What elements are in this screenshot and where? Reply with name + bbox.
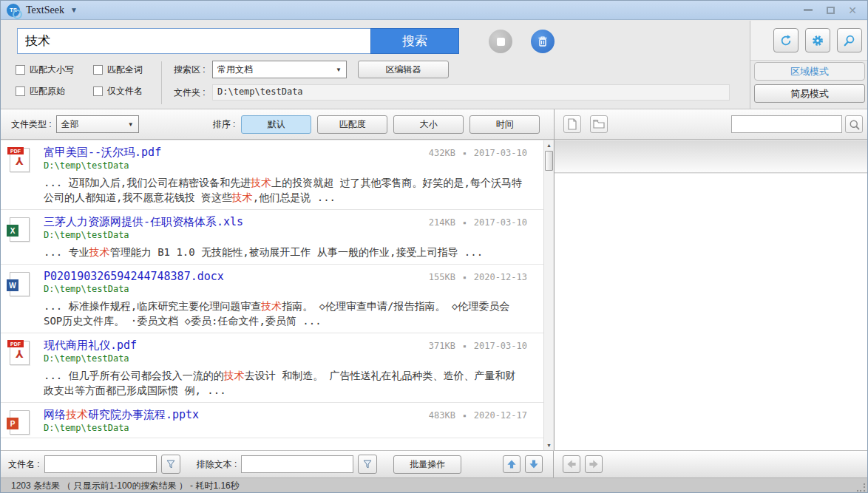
checkbox-match-whole-word[interactable]: 匹配全词 [93,64,171,76]
result-meta: 483KB ▪ 2020-12-17 [429,410,527,421]
preview-search-button[interactable] [845,115,863,133]
open-folder-button[interactable] [590,115,608,133]
result-title-link[interactable]: 现代商用礼仪.pdf [44,339,137,353]
result-title-link[interactable]: 富甲美国--沃尔玛.pdf [44,146,161,160]
result-meta: 432KB ▪ 2017-03-10 [429,148,527,158]
result-meta: 155KB ▪ 2020-12-13 [429,272,527,282]
simple-mode-button[interactable]: 简易模式 [754,84,865,103]
previous-result-button[interactable] [503,455,521,473]
file-date: 2017-03-10 [474,148,527,158]
file-type-icon: X [10,217,30,242]
checkbox-label: 仅文件名 [107,85,143,98]
previous-page-button[interactable] [563,455,580,473]
file-path: D:\temp\testData [44,284,543,294]
results-scrollbar[interactable]: ▲ ▼ [543,140,553,450]
file-date: 2020-12-17 [474,410,527,421]
result-meta: 214KB ▪ 2017-03-10 [429,217,527,228]
gear-icon [811,34,824,47]
app-menu-caret-icon[interactable]: ▼ [70,6,78,14]
folder-label: 文件夹 : [174,86,212,99]
checkbox-filename-only[interactable]: 仅文件名 [93,85,171,98]
refresh-button[interactable] [773,28,799,52]
arrow-left-icon [566,459,577,469]
preview-toolbar [555,109,868,140]
checkbox-box[interactable] [16,65,25,75]
batch-operation-button[interactable]: 批量操作 [393,455,461,474]
advanced-search-button[interactable] [837,28,862,52]
result-title-link[interactable]: 网络技术研究院办事流程.pptx [44,408,199,422]
bullet-separator: ▪ [463,274,467,281]
exclude-filter-button[interactable] [358,455,377,474]
sort-default-button[interactable]: 默认 [241,115,311,134]
checkbox-match-raw[interactable]: 匹配原始 [16,85,93,98]
area-mode-button[interactable]: 区域模式 [754,62,865,81]
checkbox-box[interactable] [16,86,25,96]
filename-filter-button[interactable] [161,455,180,474]
preview-search-input[interactable] [731,115,842,133]
result-title-link[interactable]: 三茅人力资源网提供-任职资格体系.xls [44,215,243,229]
file-date: 2017-03-10 [474,217,527,228]
file-date: 2020-12-13 [474,272,527,282]
scrollbar-thumb[interactable] [545,151,553,171]
result-snippet: ... 迈耶加入后,我们公司在精密设备和先进技术上的投资就超 过了其他零售商。好… [44,175,543,205]
file-type-value: 全部 [61,118,128,131]
magnifier-icon [849,119,860,130]
result-item[interactable]: PDF 现代商用礼仪.pdf 371KB ▪ 2017-03-10 D:\tem… [1,333,543,403]
file-size: 371KB [429,341,455,351]
file-path: D:\temp\testData [44,230,543,240]
search-zone-dropdown[interactable]: 常用文档 ▼ [212,61,347,78]
checkbox-label: 匹配全词 [107,64,143,76]
file-size: 155KB [429,272,455,282]
file-size: 214KB [429,217,455,228]
app-logo-icon: TS [7,4,20,17]
filename-filter-input[interactable] [44,455,157,473]
close-button[interactable]: ✕ [847,5,858,16]
magnifier-icon [843,34,856,47]
funnel-icon [362,459,373,469]
search-button[interactable]: 搜索 [370,28,459,54]
scroll-down-icon[interactable]: ▼ [544,441,554,450]
sort-time-button[interactable]: 时间 [469,115,540,134]
chevron-down-icon: ▼ [128,121,134,128]
zone-editor-button[interactable]: 区编辑器 [358,61,449,78]
file-date: 2017-03-10 [474,341,527,351]
filename-filter-label: 文件名 : [8,458,40,471]
results-list: PDF 富甲美国--沃尔玛.pdf 432KB ▪ 2017-03-10 D:\… [1,140,543,450]
result-title-link[interactable]: P020190326594244748387.docx [44,270,224,283]
exclude-text-input[interactable] [241,455,353,473]
mode-section: 区域模式 简易模式 [750,21,868,109]
settings-button[interactable] [805,28,830,52]
status-text: 1203 条结果 （ 只显示前1-100的搜索结果 ） - 耗时1.16秒 [11,480,240,492]
open-document-button[interactable] [563,115,581,133]
arrow-right-icon [589,459,599,469]
maximize-button[interactable] [824,5,836,16]
sort-relevance-button[interactable]: 匹配度 [317,115,387,134]
checkbox-label: 匹配大小写 [30,64,74,76]
resize-grip[interactable] [857,483,866,492]
scroll-up-icon[interactable]: ▲ [544,140,554,150]
file-type-icon: P [10,410,30,435]
result-item[interactable]: X 三茅人力资源网提供-任职资格体系.xls 214KB ▪ 2017-03-1… [1,210,543,265]
file-size: 432KB [429,148,455,158]
file-type-dropdown[interactable]: 全部 ▼ [56,115,139,133]
sort-size-button[interactable]: 大小 [393,115,464,134]
file-type-icon: PDF [10,148,30,172]
next-page-button[interactable] [585,455,603,473]
document-icon [567,118,577,130]
result-snippet: ... 但几乎所有公司都会投入一流的的技术去设计 和制造。 广告性送礼在礼品种类… [44,368,543,398]
stop-button[interactable] [489,30,512,53]
result-item[interactable]: P 网络技术研究院办事流程.pptx 483KB ▪ 2020-12-17 D:… [1,403,543,438]
results-toolbar: 文件类型 : 全部 ▼ 排序 : 默认 匹配度 大小 时间 [1,109,554,140]
result-item[interactable]: PDF 富甲美国--沃尔玛.pdf 432KB ▪ 2017-03-10 D:\… [1,140,543,210]
clear-trash-button[interactable] [531,30,555,53]
refresh-icon [779,34,793,47]
next-result-button[interactable] [525,455,543,473]
arrow-down-icon [529,459,539,469]
minimize-button[interactable] [802,5,814,16]
checkbox-box[interactable] [93,86,103,96]
zone-label: 搜索区 : [174,64,212,76]
result-item[interactable]: W P020190326594244748387.docx 155KB ▪ 20… [1,265,543,333]
checkbox-match-case[interactable]: 匹配大小写 [16,64,93,76]
checkbox-box[interactable] [93,65,103,75]
search-input[interactable] [17,28,370,54]
